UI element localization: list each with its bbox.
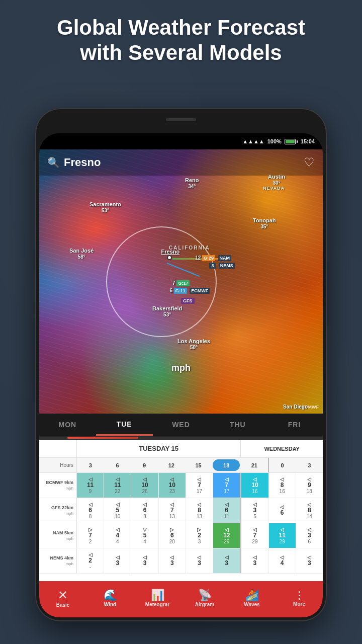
tab-wed[interactable]: WED <box>153 414 210 436</box>
nam-cell-7: ◁ 11 29 <box>269 523 296 548</box>
nems-cell-3: ◁ 3 <box>159 548 186 573</box>
scroll-bar-container <box>39 436 323 440</box>
nems-cell-8: ◁ 3 <box>296 548 323 573</box>
hour-9: 9 <box>131 458 158 472</box>
city-bakersfield: Bakersfield53° <box>152 305 182 317</box>
ecmwf-cell-3: ◁ 10 23 <box>159 473 186 498</box>
phone-frame: ▲▲▲▲ 100% 15:04 🔍 Fresno <box>35 108 327 621</box>
nevada-label: NEVADA <box>263 186 285 191</box>
map-header: 🔍 Fresno ♡ <box>39 149 323 176</box>
hour-21: 21 <box>241 458 268 472</box>
wind-icon: 🌊 <box>104 590 117 601</box>
hour-15: 15 <box>185 458 212 472</box>
gfs-cell-5: ◁ 6 11 <box>213 498 240 523</box>
nav-close[interactable]: ✕ Basic <box>49 589 77 608</box>
wind-unit-label: mph <box>171 363 191 373</box>
nems-label: NEMS 4km mph <box>39 548 77 573</box>
waves-icon: 🏄 <box>245 590 259 601</box>
nam-cell-3: ▷ 6 20 <box>159 523 186 548</box>
title-line1: Global Weather Forecast <box>57 16 305 39</box>
tab-thu-label: THU <box>230 421 246 429</box>
nav-meteograr[interactable]: 📊 Meteograr <box>144 590 171 607</box>
more-icon: ⋮ <box>294 590 304 600</box>
nav-airgram[interactable]: 📡 Airgram <box>191 590 219 607</box>
nav-wind[interactable]: 🌊 Wind <box>97 590 124 607</box>
tab-mon-label: MON <box>59 421 77 429</box>
wind-values-row3: 6 G:11 ECMWF <box>169 285 210 294</box>
nav-waves[interactable]: 🏄 Waves <box>238 590 266 607</box>
time: 15:04 <box>301 138 315 144</box>
nems-cell-1: ◁ 3 <box>104 548 131 573</box>
map-location: 🔍 Fresno <box>47 156 101 169</box>
city-tonopah: Tonopah35° <box>253 217 276 229</box>
signal-icon: ▲▲▲▲ <box>242 138 264 144</box>
tab-mon[interactable]: MON <box>39 414 96 436</box>
gfs-row: GFS 22km mph ◁ 6 8 ◁ 5 10 ◁ 6 8 <box>39 498 323 523</box>
nam-cell-2: ▽ 5 4 <box>131 523 158 548</box>
tab-thu[interactable]: THU <box>209 414 266 436</box>
nav-more-label: More <box>293 601 305 607</box>
gfs-cell-2: ◁ 6 8 <box>131 498 158 523</box>
nav-basic-label: Basic <box>56 602 70 608</box>
gfs-cell-8: ◁ 8 14 <box>296 498 323 523</box>
nems-cell-5: ◁ 3 <box>213 548 240 573</box>
hour-3: 3 <box>77 458 104 472</box>
nam-cell-6: ◁ 7 29 <box>240 523 268 548</box>
hour-18-active: 18 <box>213 459 240 471</box>
favorite-icon[interactable]: ♡ <box>304 155 315 170</box>
gfs-tag: GFS <box>181 295 195 304</box>
nems-cell-7: ◁ 4 <box>269 548 296 573</box>
search-icon[interactable]: 🔍 <box>47 156 60 169</box>
nav-meteograr-label: Meteograr <box>145 602 169 607</box>
nav-wind-label: Wind <box>104 602 116 607</box>
gfs-cell-1: ◁ 5 10 <box>104 498 131 523</box>
date-header: TUESDAY 15 WEDNESDAY <box>39 440 323 458</box>
gfs-cell-6: ◁ 3 5 <box>240 498 268 523</box>
nems-cell-0: ◁ 2 - <box>77 548 104 573</box>
data-section: TUESDAY 15 WEDNESDAY Hours 3 6 9 12 15 1… <box>39 440 323 581</box>
nav-airgram-label: Airgram <box>195 602 214 607</box>
ecmwf-row: ECMWF 9km mph ◁ 11 9 ◁ 11 22 ◁ 10 26 <box>39 473 323 498</box>
ecmwf-cell-1: ◁ 11 22 <box>104 473 131 498</box>
nav-more[interactable]: ⋮ More <box>286 590 313 607</box>
tab-tue[interactable]: TUE <box>96 414 153 436</box>
battery-percent: 100% <box>267 138 282 144</box>
nam-cell-4: ▷ 2 3 <box>186 523 213 548</box>
ecmwf-cell-7: ◁ 8 16 <box>269 473 296 498</box>
ecmwf-cell-8: ◁ 9 18 <box>296 473 323 498</box>
city-sacramento: Sacramento53° <box>89 201 121 213</box>
map-area[interactable]: 🔍 Fresno ♡ Reno34° Austin30° NEVADA Sacr… <box>39 149 323 414</box>
ecmwf-cell-4: ◁ 7 17 <box>186 473 213 498</box>
ecmwf-cell-2: ◁ 10 26 <box>131 473 158 498</box>
gfs-cell-0: ◁ 6 8 <box>77 498 104 523</box>
nems-cell-2: ◁ 3 <box>131 548 158 573</box>
date-tuesday: TUESDAY 15 <box>77 440 241 457</box>
scroll-bar-track[interactable] <box>39 437 323 439</box>
nam-cell-1: ◁ 4 4 <box>104 523 131 548</box>
ecmwf-cell-6: ◁ 10 16 <box>240 473 268 498</box>
hero-title: Global Weather Forecast with Several Mod… <box>0 15 362 66</box>
hour-3b: 3 <box>296 458 323 472</box>
tab-fri[interactable]: FRI <box>266 414 323 436</box>
bottom-nav: ✕ Basic 🌊 Wind 📊 Meteograr 📡 Airgram 🏄 W… <box>39 581 323 617</box>
hours-row: Hours 3 6 9 12 15 18 21 0 3 <box>39 458 323 473</box>
date-wednesday: WEDNESDAY <box>241 440 323 457</box>
hours-label: Hours <box>39 458 77 472</box>
map-background: 🔍 Fresno ♡ Reno34° Austin30° NEVADA Sacr… <box>39 149 323 414</box>
wind-circle <box>106 226 217 337</box>
nems-row: NEMS 4km mph ◁ 2 - ◁ 3 ◁ 3 <box>39 548 323 574</box>
gfs-cell-3: ◁ 7 13 <box>159 498 186 523</box>
city-reno: Reno34° <box>185 177 199 189</box>
nam-label: NAM 5km mph <box>39 523 77 548</box>
gfs-cell-7: ◁ 6 <box>269 498 296 523</box>
nam-cell-5: ◁ 12 29 <box>213 523 240 548</box>
gfs-cell-4: ◁ 8 13 <box>186 498 213 523</box>
nems-cell-6: ◁ 3 <box>240 548 268 573</box>
tab-tue-label: TUE <box>117 420 132 428</box>
nam-cell-0: ▷ 7 2 <box>77 523 104 548</box>
close-icon: ✕ <box>58 589 68 601</box>
speaker-grille <box>166 118 196 121</box>
city-sandiego-partial: San Diego <box>283 404 308 410</box>
gfs-label: GFS 22km mph <box>39 498 77 523</box>
scroll-bar-thumb[interactable] <box>67 437 138 439</box>
